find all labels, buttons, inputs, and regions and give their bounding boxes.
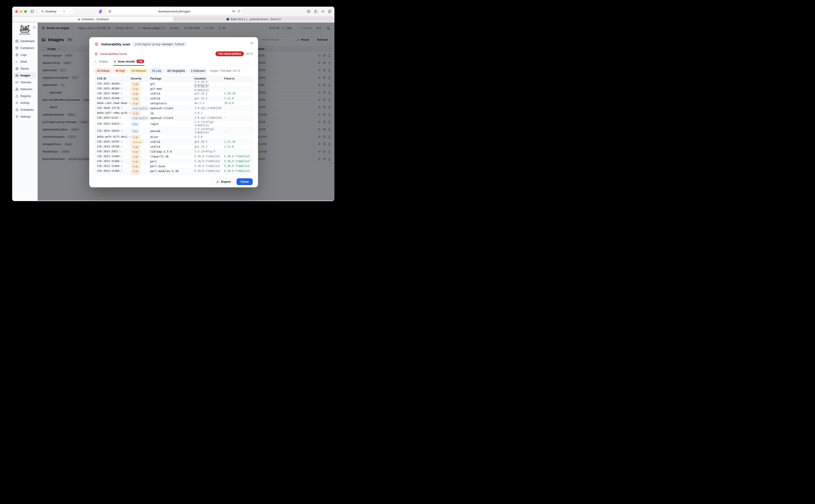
sidebar-item-registry[interactable]: Registry xyxy=(14,93,36,99)
export-button[interactable]: Export xyxy=(212,178,234,185)
vulnerability-row[interactable]: CVE-2024-56433 low login 1:4.13+dfsg1- 1… xyxy=(95,120,252,128)
cve-link[interactable]: CVE-2023-31484 xyxy=(97,165,128,168)
close-icon[interactable] xyxy=(250,41,253,45)
window-close-button[interactable] xyxy=(15,10,18,13)
cve-link[interactable]: GHSA-wm7h-9275-46v2 xyxy=(97,135,128,138)
cve-link[interactable]: CVE-2024-24787 xyxy=(97,140,128,143)
logs-icon xyxy=(15,53,19,56)
sidebar-item-networks[interactable]: Networks xyxy=(14,86,36,93)
window-minimize-button[interactable] xyxy=(20,10,22,13)
installed-version: 5.36.0-7+deb12u2 xyxy=(192,165,222,168)
drone-favicon xyxy=(226,18,229,21)
installed-version: 1:9.2p1-2+deb12u6 xyxy=(192,107,222,110)
cve-link[interactable]: CVE-2023-2953 xyxy=(97,150,128,153)
images-icon xyxy=(15,74,19,77)
sidebar-collapse-icon[interactable] xyxy=(33,26,36,29)
forward-button[interactable] xyxy=(69,10,72,13)
window-zoom-button[interactable] xyxy=(24,10,27,13)
shell-icon xyxy=(15,60,19,63)
vulnerability-row[interactable]: CVE-2024-56433 low passwd 1:4.13+dfsg1- … xyxy=(95,128,252,135)
back-button[interactable] xyxy=(63,10,66,13)
vulnerability-row[interactable]: CVE-2023-2953 high libldap-2.5-0 2.5.13+… xyxy=(95,149,252,154)
registry-icon xyxy=(15,94,19,98)
networks-icon xyxy=(15,87,19,91)
cve-link[interactable]: CVE-2023-31484 xyxy=(97,155,128,158)
vulnerability-row[interactable]: CVE-2023-31484 high perl-base 5.36.0-7+d… xyxy=(95,164,252,169)
sidebar-item-stacks[interactable]: Stacks xyxy=(14,65,36,72)
tab-output[interactable]: Output xyxy=(95,60,108,66)
cve-link[interactable]: CVE-2020-15778 xyxy=(97,107,128,110)
vulnerability-row[interactable]: CVE-2023-31484 high perl-modules-5.36 5.… xyxy=(95,169,252,174)
reload-icon[interactable] xyxy=(237,10,241,13)
vulnerability-row[interactable]: CVE-2024-24787 medium stdlib go1.19.3 1.… xyxy=(95,140,252,144)
brand-name: DOCKHAND xyxy=(12,33,37,35)
download-icon xyxy=(216,180,219,183)
sidebar-item-images[interactable]: Images xyxy=(14,72,36,79)
chip-critical[interactable]: 13 Critical xyxy=(95,69,112,73)
vulnerability-row[interactable]: CVE-2020-15778 negligible openssh-client… xyxy=(95,106,252,111)
package-name: perl-modules-5.36 xyxy=(148,169,192,173)
url-bar[interactable]: dockhand.bor6.pl/images xyxy=(106,8,243,15)
cve-link[interactable]: CVE-2019-6110 xyxy=(97,116,128,119)
cve-link[interactable]: GHSA-2p57-rm9w-gvfp xyxy=(97,111,128,114)
vulnerability-row[interactable]: CVE-2023-31484 high libperl5.36 5.36.0-7… xyxy=(95,154,252,159)
scan-duration: 32.7s xyxy=(246,52,253,55)
share-icon[interactable] xyxy=(314,10,318,13)
sidebar-toggle-icon[interactable] xyxy=(30,10,34,13)
downloads-icon[interactable] xyxy=(307,10,310,13)
vulnerability-row[interactable]: GHSA-cx63-2mw6-8hw5 high setuptools 66.1… xyxy=(95,101,252,106)
tab-scan-results[interactable]: Scan results 718 xyxy=(113,60,144,66)
vulnerability-row[interactable]: CVE-2024-24784 high stdlib go1.19.3 1.21… xyxy=(95,144,252,149)
vulnerability-table: CVE ID Severity Package Installed Fixed … xyxy=(95,76,253,175)
severity-badge: high xyxy=(131,165,141,168)
cve-link[interactable]: CVE-2024-24784 xyxy=(97,145,128,148)
severity-badge: high xyxy=(131,102,141,105)
vulnerability-row[interactable]: GHSA-2p57-rm9w-gvfp high ip 2.0.1 - xyxy=(95,111,252,116)
chip-high[interactable]: 96 High xyxy=(113,69,127,73)
sidebar-item-schedules[interactable]: Schedules xyxy=(14,106,36,113)
cve-link[interactable]: CVE-2025-48384 xyxy=(97,87,128,90)
cve-link[interactable]: CVE-2023-31484 xyxy=(97,169,128,173)
vulnerability-row[interactable]: CVE-2023-31484 high perl 5.36.0-7+deb12u… xyxy=(95,159,252,164)
sidebar-item-shell[interactable]: Shell xyxy=(14,58,36,65)
tab-schedules-dockhand[interactable]: Schedules - Dockhand xyxy=(13,17,173,21)
tab-drone-ci[interactable]: Build #516.1.1 - jarek/dockhand - Drone … xyxy=(174,17,334,21)
sidebar-item-settings[interactable]: Settings xyxy=(14,113,36,120)
cve-link[interactable]: CVE-2024-56433 xyxy=(97,129,128,132)
chip-negligible[interactable]: 461 Negligible xyxy=(165,69,187,73)
close-button[interactable]: Close xyxy=(237,178,253,185)
new-tab-icon[interactable] xyxy=(321,10,325,13)
cve-link[interactable]: CVE-2023-31484 xyxy=(97,160,128,163)
profile-menu[interactable]: Osobisty xyxy=(39,8,62,14)
cve-link[interactable]: CVE-2024-56433 xyxy=(97,122,128,125)
sidebar-item-volumes[interactable]: Volumes xyxy=(14,79,36,86)
cve-link[interactable]: CVE-2023-44487 xyxy=(97,92,128,95)
sidebar-nav: Dashboard Containers Logs Shell Stacks I… xyxy=(12,38,37,120)
vulnerability-row[interactable]: CVE-2025-48384 high git-man 1:2.39.5-0+d… xyxy=(95,86,252,91)
reader-icon[interactable] xyxy=(108,10,112,13)
vulnerability-row[interactable]: CVE-2023-44487 high stdlib go1.19.3 1.20… xyxy=(95,91,252,96)
vulnerability-row[interactable]: CVE-2023-45288 high stdlib go1.19.3 1.21… xyxy=(95,96,252,101)
desktop: Osobisty dockhand.bor6.pl/images xyxy=(0,0,341,211)
cve-link[interactable]: CVE-2023-45288 xyxy=(97,97,128,100)
sidebar-item-activity[interactable]: Activity xyxy=(14,99,36,106)
vulnerability-row[interactable]: GHSA-wm7h-9275-46v2 high dicer 0.3.0 - xyxy=(95,135,252,140)
severity-badge: high xyxy=(131,82,141,86)
installed-version: go1.19.3 xyxy=(192,97,222,100)
chip-unknown[interactable]: 1 Unknown xyxy=(189,69,207,73)
vulnerability-row[interactable]: CVE-2019-6110 negligible openssh-client … xyxy=(95,116,252,120)
translate-icon[interactable] xyxy=(232,10,235,13)
cve-link[interactable]: GHSA-cx63-2mw6-8hw5 xyxy=(97,102,128,105)
tab-overview-icon[interactable] xyxy=(328,10,332,13)
dockhand-favicon xyxy=(78,18,80,21)
sidebar-item-logs[interactable]: Logs xyxy=(14,51,36,58)
vulnerability-row[interactable]: CVE-2025-48384 high git 1:2.39.5-0+deb12… xyxy=(95,81,252,86)
extension-icon[interactable] xyxy=(98,9,103,14)
sidebar-item-containers[interactable]: Containers xyxy=(14,45,36,51)
sidebar-item-dashboard[interactable]: Dashboard xyxy=(14,38,36,45)
fixed-version: 5.36.0-7+deb12u3 xyxy=(222,155,252,158)
sidebar-item-label: Volumes xyxy=(20,81,31,84)
chip-low[interactable]: 31 Low xyxy=(150,69,163,73)
cve-link[interactable]: CVE-2025-48384 xyxy=(97,82,128,85)
chip-medium[interactable]: 116 Medium xyxy=(129,69,148,73)
